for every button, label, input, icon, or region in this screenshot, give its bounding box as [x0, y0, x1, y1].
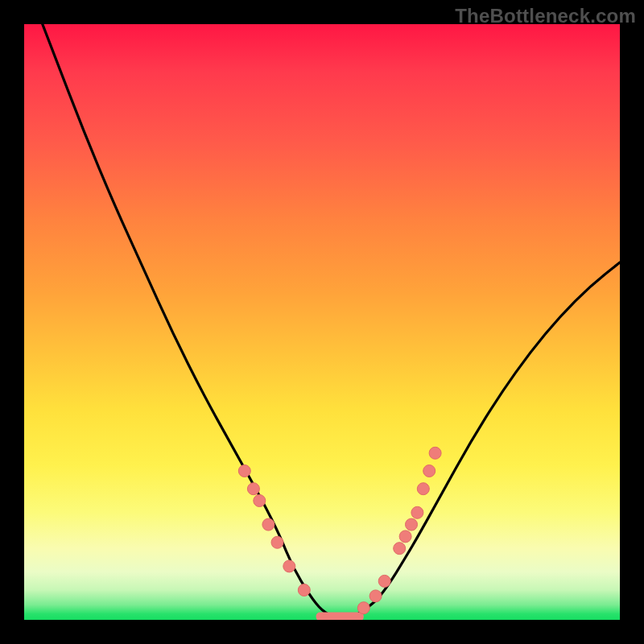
markers-right-point: [399, 530, 411, 543]
markers-left-point: [254, 495, 266, 507]
markers-left-point: [238, 465, 250, 477]
markers-right-point: [423, 465, 436, 477]
markers-right-point: [406, 518, 418, 530]
markers-left-point: [271, 536, 283, 548]
flat-segment-rect: [316, 613, 364, 620]
markers-left-point: [247, 483, 259, 495]
markers-right-point: [369, 590, 382, 602]
flat-segment: [316, 613, 364, 620]
chart-svg: [24, 24, 620, 620]
markers-right-point: [378, 575, 390, 587]
markers-right-point: [357, 602, 369, 614]
markers-left-point: [283, 560, 295, 572]
bottleneck-curve: [24, 24, 620, 617]
watermark-text: TheBottleneck.com: [455, 5, 636, 27]
markers-right-point: [394, 543, 406, 555]
markers-right-point: [411, 506, 423, 518]
chart-plot-area: [24, 24, 620, 620]
curve-layer: [24, 24, 620, 617]
markers-right-point: [417, 483, 429, 495]
markers-right-cluster: [357, 447, 441, 613]
chart-frame: TheBottleneck.com: [0, 0, 644, 644]
markers-left-point: [298, 584, 310, 597]
markers-right-point: [429, 447, 441, 459]
markers-left-point: [262, 518, 275, 530]
